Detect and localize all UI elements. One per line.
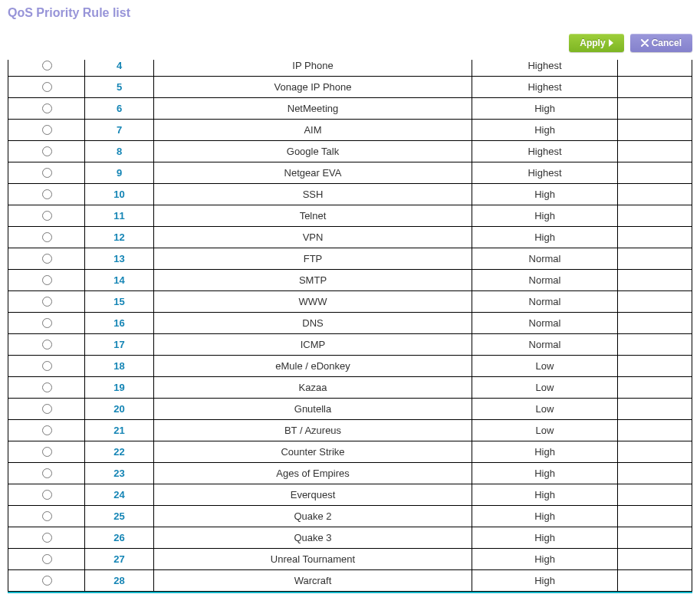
rule-name-cell: eMule / eDonkey <box>154 356 472 377</box>
rule-name-cell: DNS <box>154 313 472 334</box>
rule-select-radio[interactable] <box>42 82 52 92</box>
rule-number-link[interactable]: 27 <box>113 553 124 565</box>
rule-number-link[interactable]: 17 <box>113 339 124 350</box>
rule-select-radio[interactable] <box>42 232 52 242</box>
rule-number-cell: 6 <box>85 98 154 120</box>
rule-select-cell <box>8 184 85 205</box>
rule-number-link[interactable]: 5 <box>117 81 122 93</box>
rule-number-link[interactable]: 9 <box>117 167 122 179</box>
rule-number-link[interactable]: 13 <box>113 253 124 264</box>
rule-select-radio[interactable] <box>42 275 52 285</box>
rule-select-radio[interactable] <box>42 189 52 199</box>
rule-select-radio[interactable] <box>42 125 52 135</box>
rule-priority-cell: Normal <box>472 270 618 291</box>
rule-number-cell: 11 <box>85 205 154 227</box>
rule-select-radio[interactable] <box>42 511 52 521</box>
rule-number-link[interactable]: 24 <box>113 489 124 500</box>
rule-select-radio[interactable] <box>42 361 52 371</box>
rule-priority-cell: High <box>472 205 618 227</box>
rule-select-cell <box>8 77 85 98</box>
rule-number-link[interactable]: 4 <box>117 60 122 71</box>
rule-select-cell <box>8 205 85 227</box>
rule-select-radio[interactable] <box>42 554 52 564</box>
rule-priority-cell: Normal <box>472 248 618 270</box>
rule-extra-cell <box>618 441 692 463</box>
table-row: 9Netgear EVAHighest <box>8 162 692 184</box>
rule-select-radio[interactable] <box>42 468 52 478</box>
rule-extra-cell <box>618 527 692 549</box>
rule-number-link[interactable]: 25 <box>113 510 124 522</box>
rule-select-cell <box>8 420 85 441</box>
rule-number-link[interactable]: 16 <box>113 317 124 329</box>
rule-select-radio[interactable] <box>42 425 52 435</box>
apply-button[interactable]: Apply <box>569 34 623 52</box>
rule-number-link[interactable]: 7 <box>117 124 122 136</box>
rule-select-radio[interactable] <box>42 382 52 392</box>
rule-number-cell: 9 <box>85 162 154 184</box>
rule-name-cell: Google Talk <box>154 141 472 162</box>
rule-number-cell: 10 <box>85 184 154 205</box>
rule-number-cell: 15 <box>85 291 154 313</box>
rule-select-radio[interactable] <box>42 576 52 586</box>
rule-select-cell <box>8 313 85 334</box>
rule-select-radio[interactable] <box>42 211 52 221</box>
rule-select-radio[interactable] <box>42 340 52 350</box>
rule-number-link[interactable]: 21 <box>113 425 124 436</box>
apply-button-label: Apply <box>580 38 605 48</box>
rule-priority-cell: Low <box>472 420 618 441</box>
rule-select-cell <box>8 291 85 313</box>
rule-select-radio[interactable] <box>42 254 52 264</box>
rule-name-cell: AIM <box>154 120 472 141</box>
rule-priority-cell: High <box>472 570 618 592</box>
rule-name-cell: Kazaa <box>154 377 472 399</box>
rule-priority-cell: High <box>472 549 618 570</box>
rule-select-radio[interactable] <box>42 103 52 113</box>
rule-select-radio[interactable] <box>42 533 52 543</box>
table-row: 8Google TalkHighest <box>8 141 692 162</box>
rule-number-cell: 4 <box>85 60 154 77</box>
rule-number-link[interactable]: 20 <box>113 403 124 415</box>
rule-extra-cell <box>618 205 692 227</box>
rule-select-cell <box>8 60 85 77</box>
rule-select-radio[interactable] <box>42 318 52 328</box>
rule-number-cell: 12 <box>85 227 154 248</box>
rule-number-link[interactable]: 18 <box>113 360 124 372</box>
rule-number-link[interactable]: 23 <box>113 468 124 479</box>
rule-select-radio[interactable] <box>42 297 52 307</box>
rule-number-link[interactable]: 22 <box>113 446 124 458</box>
rule-select-cell <box>8 334 85 356</box>
rule-priority-cell: High <box>472 463 618 484</box>
rule-name-cell: FTP <box>154 248 472 270</box>
rule-select-radio[interactable] <box>42 490 52 500</box>
rule-number-link[interactable]: 14 <box>113 274 124 286</box>
rule-name-cell: Unreal Tournament <box>154 549 472 570</box>
rule-number-link[interactable]: 11 <box>113 210 124 222</box>
rule-number-link[interactable]: 28 <box>113 575 124 586</box>
rule-number-link[interactable]: 26 <box>113 532 124 543</box>
play-icon <box>609 39 613 47</box>
rule-select-cell <box>8 570 85 592</box>
rule-select-radio[interactable] <box>42 404 52 414</box>
rule-number-cell: 27 <box>85 549 154 570</box>
top-action-bar: Apply Cancel <box>8 31 692 55</box>
rule-name-cell: Everquest <box>154 484 472 506</box>
rule-number-link[interactable]: 6 <box>117 103 122 114</box>
rule-extra-cell <box>618 399 692 420</box>
table-row: 21BT / AzureusLow <box>8 420 692 441</box>
rule-priority-cell: Normal <box>472 313 618 334</box>
cancel-button[interactable]: Cancel <box>630 34 692 52</box>
rule-name-cell: Quake 2 <box>154 506 472 527</box>
rule-number-link[interactable]: 15 <box>113 296 124 307</box>
rule-select-radio[interactable] <box>42 447 52 457</box>
rule-extra-cell <box>618 313 692 334</box>
rule-number-link[interactable]: 10 <box>113 189 124 200</box>
rule-number-link[interactable]: 19 <box>113 382 124 393</box>
rule-number-link[interactable]: 8 <box>117 146 122 157</box>
rule-extra-cell <box>618 60 692 77</box>
rule-priority-cell: High <box>472 227 618 248</box>
rules-table: 4IP PhoneHighest5Vonage IP PhoneHighest6… <box>8 60 692 592</box>
rule-select-radio[interactable] <box>42 168 52 178</box>
rule-select-radio[interactable] <box>42 61 52 71</box>
rule-select-radio[interactable] <box>42 146 52 156</box>
rule-number-link[interactable]: 12 <box>113 231 124 243</box>
